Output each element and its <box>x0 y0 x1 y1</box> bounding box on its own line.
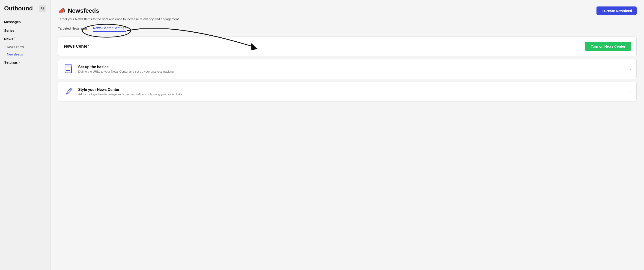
news-label: News <box>4 37 13 41</box>
style-card-text: Style your News Center Add your logo, he… <box>78 88 182 96</box>
create-newsfeed-button[interactable]: + Create Newsfeed <box>596 7 636 15</box>
setup-basics-left: Set up the basics Define the URLs to you… <box>64 64 174 74</box>
setup-basics-card[interactable]: Set up the basics Define the URLs to you… <box>58 59 636 79</box>
settings-label: Settings <box>4 60 18 64</box>
svg-rect-5 <box>65 65 72 67</box>
sidebar-title: Outbound <box>4 5 33 12</box>
page-header: 📣 Newsfeeds + Create Newsfeed <box>58 7 636 15</box>
style-card-title: Style your News Center <box>78 88 182 92</box>
sidebar-item-settings[interactable]: Settings › <box>0 58 50 67</box>
style-card-chevron: › <box>630 89 631 94</box>
sidebar-nav: Messages › Series News ˅ News Items News… <box>0 18 50 67</box>
svg-line-1 <box>43 9 44 10</box>
settings-chevron: › <box>19 61 20 64</box>
pencil-icon <box>64 87 74 97</box>
tabs: Targeted Newsfeeds News Center Settings <box>58 26 636 32</box>
setup-basics-card-inner[interactable]: Set up the basics Define the URLs to you… <box>58 59 636 79</box>
document-icon <box>64 64 74 74</box>
news-chevron: ˅ <box>14 38 16 41</box>
newsfeeds-icon: 📣 <box>58 7 66 14</box>
svg-point-0 <box>42 7 44 9</box>
page-title-area: 📣 Newsfeeds <box>58 7 99 14</box>
turn-on-news-center-button[interactable]: Turn on News Center <box>585 42 631 51</box>
sidebar: Outbound Messages › Series News ˅ News I… <box>0 0 51 270</box>
sidebar-item-news-items[interactable]: News Items <box>0 43 50 51</box>
series-label: Series <box>4 29 14 32</box>
page-title: Newsfeeds <box>68 7 99 14</box>
setup-basics-chevron: › <box>630 67 631 72</box>
news-center-card: News Center Turn on News Center <box>58 36 636 56</box>
search-button[interactable] <box>39 5 46 12</box>
sidebar-item-newsfeeds[interactable]: Newsfeeds <box>0 51 50 58</box>
sidebar-item-series[interactable]: Series <box>0 26 50 35</box>
tab-targeted-newsfeeds[interactable]: Targeted Newsfeeds <box>58 27 88 32</box>
svg-line-9 <box>70 89 71 90</box>
style-card-left: Style your News Center Add your logo, he… <box>64 87 182 97</box>
style-card-inner[interactable]: Style your News Center Add your logo, he… <box>58 82 636 101</box>
tab-news-center-settings[interactable]: News Center Settings <box>93 26 126 32</box>
setup-basics-text: Set up the basics Define the URLs to you… <box>78 65 174 73</box>
main-content: 📣 Newsfeeds + Create Newsfeed Target you… <box>51 0 644 270</box>
messages-chevron: › <box>22 20 22 24</box>
search-icon <box>41 7 44 10</box>
messages-label: Messages <box>4 20 21 24</box>
setup-basics-desc: Define the URLs to your News Center and … <box>78 70 174 73</box>
sidebar-item-news[interactable]: News ˅ <box>0 35 50 43</box>
sidebar-header: Outbound <box>0 5 50 18</box>
page-description: Target your News Items to the right audi… <box>58 17 636 21</box>
setup-basics-title: Set up the basics <box>78 65 174 69</box>
style-card-desc: Add your logo, header image and color, a… <box>78 92 182 96</box>
style-news-center-card[interactable]: Style your News Center Add your logo, he… <box>58 82 636 102</box>
news-center-title: News Center <box>64 44 89 49</box>
sidebar-item-messages[interactable]: Messages › <box>0 18 50 26</box>
